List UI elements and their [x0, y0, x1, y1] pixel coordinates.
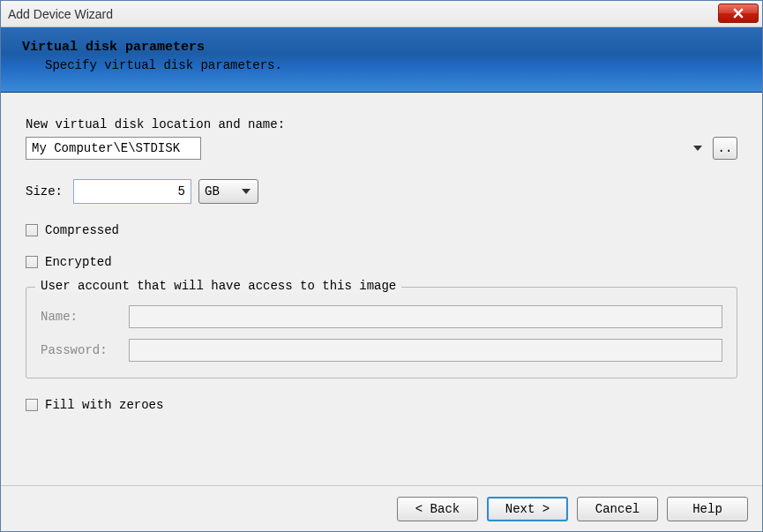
location-combo[interactable]	[26, 137, 707, 160]
close-icon	[733, 8, 744, 19]
size-unit-value: GB	[205, 184, 220, 199]
fill-zeroes-checkbox[interactable]	[26, 399, 38, 411]
compressed-checkbox[interactable]	[26, 224, 38, 236]
titlebar: Add Device Wizard	[1, 1, 762, 27]
location-input[interactable]	[26, 137, 201, 160]
fill-zeroes-label: Fill with zeroes	[45, 398, 163, 412]
close-button[interactable]	[718, 4, 759, 23]
access-legend: User account that will have access to th…	[35, 279, 401, 293]
compressed-label: Compressed	[45, 223, 119, 237]
size-unit-select[interactable]: GB	[198, 179, 258, 204]
next-button[interactable]: Next >	[487, 497, 568, 521]
location-label: New virtual disk location and name:	[26, 117, 737, 131]
wizard-window: Add Device Wizard Virtual disk parameter…	[0, 0, 763, 532]
header-banner: Virtual disk parameters Specify virtual …	[1, 27, 762, 93]
chevron-down-icon	[242, 189, 251, 194]
size-row: Size: GB	[26, 179, 737, 204]
chevron-down-icon	[693, 146, 702, 151]
encrypted-row: Encrypted	[26, 255, 737, 269]
access-fieldset: User account that will have access to th…	[26, 287, 737, 378]
size-input[interactable]	[73, 179, 191, 204]
footer: < Back Next > Cancel Help	[1, 485, 762, 531]
access-password-row: Password:	[41, 339, 722, 362]
compressed-row: Compressed	[26, 223, 737, 237]
access-password-label: Password:	[41, 343, 129, 357]
location-row: ..	[26, 137, 737, 160]
header-title: Virtual disk parameters	[22, 40, 741, 55]
header-subtitle: Specify virtual disk parameters.	[45, 58, 741, 72]
encrypted-label: Encrypted	[45, 255, 112, 269]
browse-button[interactable]: ..	[713, 137, 737, 160]
access-password-input	[129, 339, 722, 362]
content-area: New virtual disk location and name: .. S…	[1, 93, 762, 438]
access-name-row: Name:	[41, 305, 722, 328]
access-name-label: Name:	[41, 310, 129, 324]
encrypted-checkbox[interactable]	[26, 256, 38, 268]
size-label: Size:	[26, 184, 63, 199]
cancel-button[interactable]: Cancel	[577, 497, 658, 521]
fill-zeroes-row: Fill with zeroes	[26, 398, 737, 412]
back-button[interactable]: < Back	[397, 497, 478, 521]
window-title: Add Device Wizard	[8, 7, 113, 21]
help-button[interactable]: Help	[667, 497, 748, 521]
access-name-input	[129, 305, 722, 328]
